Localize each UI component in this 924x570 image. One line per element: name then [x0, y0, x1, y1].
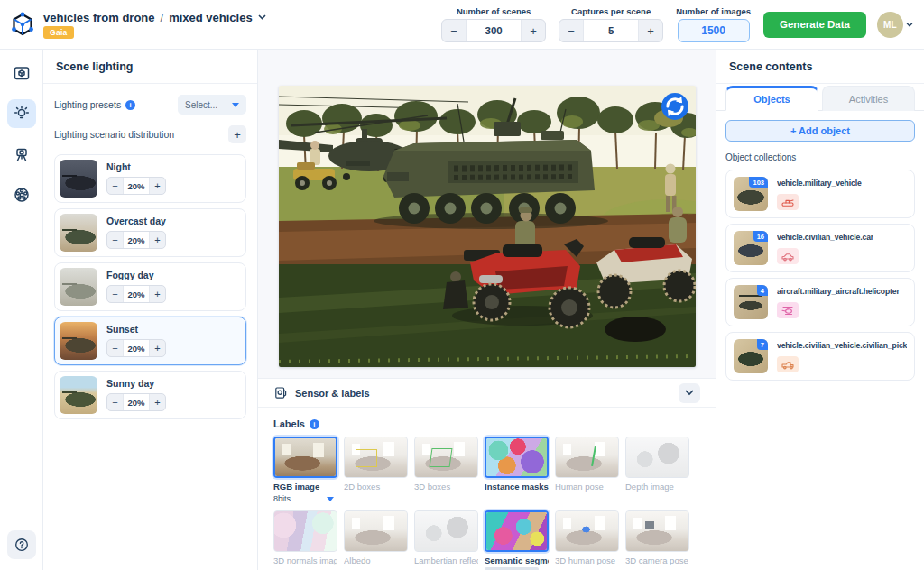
weight-value[interactable]: 20% [123, 178, 150, 194]
collection-name: vehicle.civilian_vehicle.civilian_pickup [777, 341, 907, 350]
captures-decrement-button[interactable]: − [559, 20, 583, 41]
weight-decrement-button[interactable]: − [107, 232, 123, 248]
weight-value[interactable]: 20% [123, 232, 150, 248]
breadcrumb[interactable]: vehicles from drone / mixed vehicles [43, 11, 266, 24]
label-instance-masks[interactable] [485, 437, 549, 478]
breadcrumb-scene[interactable]: mixed vehicles [169, 11, 253, 24]
collection-civilian-pickup[interactable]: 7 vehicle.civilian_vehicle.civilian_pick… [725, 332, 915, 381]
breadcrumb-chevron-icon[interactable] [258, 14, 266, 20]
lighting-presets-label: Lighting presets [54, 99, 135, 110]
nav-assets-button[interactable] [7, 59, 36, 87]
generate-data-button[interactable]: Generate Data [763, 12, 866, 38]
scenario-card-sunny[interactable]: Sunny day − 20% + [54, 371, 246, 419]
label-3d-human-pose[interactable] [555, 510, 619, 552]
preview-area: Sensor & labels Labels RGB image [258, 50, 716, 570]
sensor-labels-bar[interactable]: Sensor & labels [258, 379, 716, 408]
captures-increment-button[interactable]: + [639, 20, 662, 41]
collection-military-vehicle[interactable]: 103 vehicle.military_vehicle [725, 170, 915, 218]
scenario-name: Sunset [106, 324, 166, 335]
collection-civilian-car[interactable]: 16 vehicle.civilian_vehicle.car [725, 224, 915, 272]
label-rgb-image[interactable] [273, 437, 337, 478]
labels-section: Labels RGB image 8bits 2D boxes [258, 408, 716, 570]
weight-value[interactable]: 20% [123, 340, 150, 356]
assets-box-icon [13, 64, 31, 82]
weight-increment-button[interactable]: + [150, 178, 165, 194]
scenes-stepper: − 300 + [441, 19, 546, 42]
nav-lighting-button[interactable] [7, 99, 36, 128]
weight-value[interactable]: 20% [123, 394, 150, 410]
scenes-increment-button[interactable]: + [522, 20, 545, 41]
label-3d-camera-pose[interactable] [625, 510, 689, 552]
label-caption: 3D normals image [273, 556, 337, 565]
captures-label: Captures per scene [571, 6, 651, 16]
rgb-bitdepth-select[interactable]: 8bits [273, 494, 337, 503]
weight-value[interactable]: 20% [123, 286, 150, 302]
collapse-sensor-button[interactable] [679, 383, 700, 403]
count-badge: 103 [749, 177, 768, 188]
scenario-thumbnail-night [60, 160, 97, 198]
scenario-name: Overcast day [106, 216, 166, 226]
help-icon [14, 537, 30, 553]
avatar[interactable]: ML [877, 12, 903, 38]
scenario-card-foggy[interactable]: Foggy day − 20% + [54, 262, 246, 311]
label-caption: RGB image [273, 482, 337, 492]
count-badge: 7 [757, 339, 768, 350]
collection-name: aircraft.military_aircraft.helicopter [777, 287, 900, 296]
lighting-distribution-label: Lighting scenario distribution [54, 129, 174, 140]
nav-render-button[interactable] [7, 180, 36, 209]
scenario-card-night[interactable]: Night − 20% + [54, 154, 246, 203]
scenario-weight-stepper: − 20% + [106, 285, 166, 303]
collection-name: vehicle.military_vehicle [777, 179, 862, 188]
collection-name: vehicle.civilian_vehicle.car [777, 233, 873, 242]
add-scenario-button[interactable]: + [228, 125, 246, 143]
user-menu[interactable]: ML [877, 12, 913, 38]
captures-control: Captures per scene − 5 + [559, 6, 663, 42]
scene-preview-render [279, 86, 696, 367]
captures-value[interactable]: 5 [583, 20, 639, 41]
scenes-decrement-button[interactable]: − [442, 20, 466, 41]
chevron-down-icon [232, 103, 239, 107]
weight-increment-button[interactable]: + [150, 340, 165, 356]
chevron-down-icon [685, 390, 694, 396]
label-lambertian[interactable] [414, 510, 478, 552]
app-header: vehicles from drone / mixed vehicles Gai… [0, 0, 924, 50]
sensor-labels-title: Sensor & labels [295, 388, 671, 399]
user-menu-chevron-icon[interactable] [906, 23, 913, 27]
collection-military-helicopter[interactable]: 4 aircraft.military_aircraft.helicopter [725, 278, 915, 326]
weight-increment-button[interactable]: + [150, 286, 165, 302]
label-3d-normals[interactable] [273, 510, 337, 552]
help-button[interactable] [7, 530, 36, 559]
scenario-card-sunset[interactable]: Sunset − 20% + [54, 317, 246, 365]
tab-objects[interactable]: Objects [725, 86, 818, 111]
collection-thumbnail: 7 [734, 339, 768, 373]
weight-increment-button[interactable]: + [150, 232, 165, 248]
refresh-preview-button[interactable] [661, 93, 688, 120]
weight-decrement-button[interactable]: − [107, 286, 123, 302]
weight-decrement-button[interactable]: − [107, 178, 123, 194]
scenario-thumbnail-overcast [60, 214, 97, 252]
images-label: Number of images [676, 6, 751, 16]
label-albedo[interactable] [344, 510, 408, 552]
scenario-name: Sunny day [106, 378, 166, 389]
scenes-value[interactable]: 300 [466, 20, 522, 41]
lighting-presets-select[interactable]: Select... [178, 95, 246, 115]
breadcrumb-project[interactable]: vehicles from drone [43, 11, 155, 24]
weight-decrement-button[interactable]: − [107, 340, 123, 356]
labels-row-2: 3D normals image Albedo Lambertian refle… [273, 510, 700, 570]
tab-activities[interactable]: Activities [822, 86, 915, 111]
label-human-pose[interactable] [555, 437, 619, 478]
label-3d-boxes[interactable] [414, 437, 478, 478]
collection-thumbnail: 103 [734, 177, 768, 211]
label-2d-boxes[interactable] [344, 437, 408, 478]
label-semantic-segmentation[interactable] [485, 510, 549, 552]
scene-contents-title: Scene contents [716, 50, 924, 84]
weight-increment-button[interactable]: + [150, 394, 165, 410]
info-icon[interactable] [310, 419, 319, 429]
contents-tabs: Objects Activities [716, 86, 924, 111]
nav-camera-button[interactable] [7, 140, 36, 169]
info-icon[interactable] [125, 100, 135, 110]
scenario-card-overcast[interactable]: Overcast day − 20% + [54, 208, 246, 257]
add-object-button[interactable]: + Add object [725, 120, 915, 142]
weight-decrement-button[interactable]: − [107, 394, 123, 410]
label-depth-image[interactable] [625, 437, 689, 478]
